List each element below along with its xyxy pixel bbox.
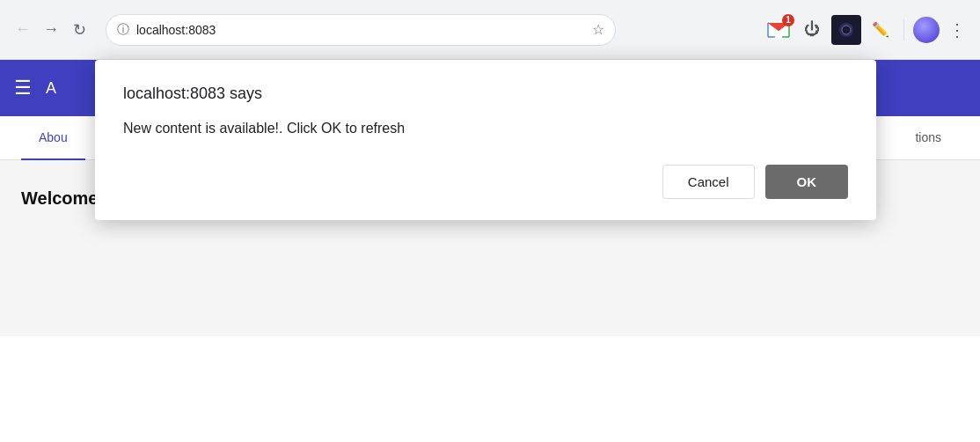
svg-point-2 [842,26,851,34]
gmail-badge: 1 [782,14,794,26]
forward-icon: → [43,20,59,39]
camera-icon[interactable] [831,15,861,45]
dialog-overlay: localhost:8083 says New content is avail… [0,60,980,442]
nav-buttons: ← → ↻ [11,18,91,42]
tool-icon[interactable]: ✏️ [867,16,895,44]
forward-button[interactable]: → [39,18,63,42]
reload-icon: ↻ [73,20,86,40]
gmail-icon[interactable]: 1 [764,16,793,44]
browser-actions: 1 ⏻ ✏️ ⋮ [764,15,969,45]
toolbar-divider [903,19,904,41]
back-icon: ← [15,20,31,39]
reload-button[interactable]: ↻ [67,18,91,42]
dialog-buttons: Cancel OK [123,165,848,199]
avatar-image [913,17,940,43]
dialog-message: New content is available!. Click OK to r… [123,121,848,136]
ok-button[interactable]: OK [765,165,849,199]
more-menu-icon[interactable]: ⋮ [945,16,969,44]
power-icon[interactable]: ⏻ [798,16,826,44]
bookmark-icon[interactable]: ☆ [592,21,604,38]
cancel-button[interactable]: Cancel [662,165,755,199]
dialog-box: localhost:8083 says New content is avail… [95,60,876,220]
address-bar[interactable]: ⓘ localhost:8083 ☆ [106,14,616,46]
dialog-title: localhost:8083 says [123,85,848,103]
back-button[interactable]: ← [11,18,35,42]
page-content: ☰ A Abou tions Welcome to the Angular PW… [0,60,980,442]
browser-chrome: ← → ↻ ⓘ localhost:8083 ☆ 1 [0,0,980,60]
info-icon: ⓘ [117,22,129,38]
avatar[interactable] [913,17,940,43]
url-text: localhost:8083 [136,23,585,37]
